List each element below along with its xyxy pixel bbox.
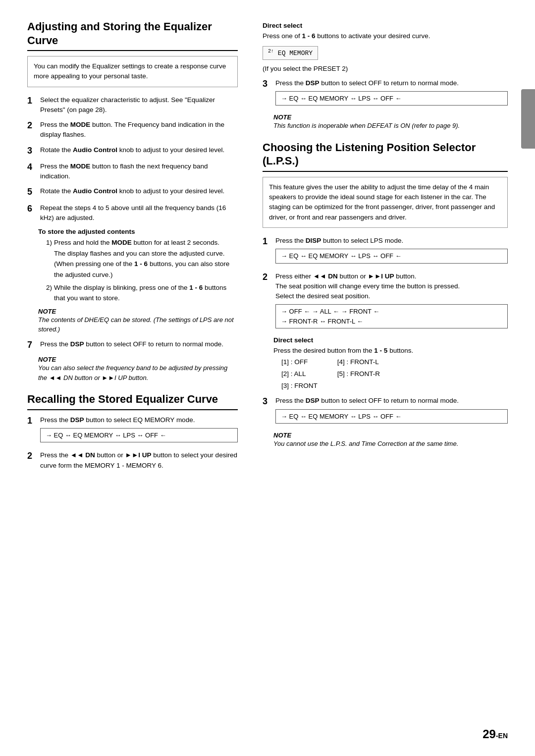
page: Adjusting and Storing the Equalizer Curv… [0, 0, 535, 756]
section1-title: Adjusting and Storing the Equalizer Curv… [27, 20, 238, 51]
step-2: 2 Press the MODE button. The Frequency b… [27, 120, 238, 140]
step-4: 4 Press the MODE button to flash the nex… [27, 162, 238, 182]
flow-eq-memory: → EQ ↔ EQ MEMORY ↔ LPS ↔ OFF ← [40, 428, 238, 443]
lps-direct-select: Direct select Press the desired button f… [273, 336, 508, 392]
substep-1: 1) Press and hold the MODE button for at… [46, 237, 238, 280]
eq-memory-display: 2↑ EQ MEMORY [263, 46, 318, 59]
section-lps-title: Choosing the Listening Position Selector… [263, 141, 508, 172]
lps-step-2: 2 Press either ◄◄ DN button or ►►I UP bu… [263, 271, 508, 332]
left-column: Adjusting and Storing the Equalizer Curv… [0, 20, 253, 736]
direct-select-block: Direct select Press one of 1 - 6 buttons… [263, 22, 508, 72]
if-preset-text: (If you select the PRESET 2) [263, 65, 508, 72]
direct-select-text: Press one of 1 - 6 buttons to activate y… [263, 31, 508, 41]
lps-flow-1: → EQ ↔ EQ MEMORY ↔ LPS ↔ OFF ← [275, 249, 508, 264]
lps-step-1: 1 Press the DISP button to select LPS mo… [263, 236, 508, 267]
lps-options-col1: [1] : OFF [2] : ALL [3] : FRONT [281, 356, 318, 392]
step-1: 1 Select the equalizer characteristic to… [27, 95, 238, 115]
substep-2: 2) While the display is blinking, press … [46, 282, 238, 304]
substep-list: 1) Press and hold the MODE button for at… [46, 237, 238, 304]
right-step-3: 3 Press the DSP button to select OFF to … [263, 78, 508, 109]
lps-note: NOTE You cannot use the L.P.S. and Time … [273, 432, 508, 449]
lps-flow-2: → OFF ← → ALL ← → FRONT ← → FRONT-R ↔ FR… [275, 304, 508, 328]
flow-right-1: → EQ ↔ EQ MEMORY ↔ LPS ↔ OFF ← [275, 91, 508, 106]
recall-step-1: 1 Press the DSP button to select EQ MEMO… [27, 415, 238, 446]
intro-box: You can modify the Equalizer settings to… [27, 56, 238, 87]
page-number: 29-EN [482, 727, 508, 741]
lps-options: [1] : OFF [2] : ALL [3] : FRONT [4] : FR… [281, 356, 508, 392]
lps-direct-select-text: Press the desired button from the 1 - 5 … [273, 346, 508, 356]
step-6: 6 Repeat the steps 4 to 5 above until al… [27, 203, 238, 223]
display-container: 2↑ EQ MEMORY [263, 43, 508, 62]
substeps-container: To store the adjusted contents 1) Press … [38, 228, 238, 304]
section2-title: Recalling the Stored Equalizer Curve [27, 392, 238, 410]
lps-direct-select-title: Direct select [273, 336, 508, 344]
step-7: 7 Press the DSP button to select OFF to … [27, 339, 238, 351]
step-3: 3 Rotate the Audio Control knob to adjus… [27, 145, 238, 157]
lps-options-col2: [4] : FRONT-L [5] : FRONT-R [337, 356, 380, 392]
substep-title: To store the adjusted contents [38, 228, 238, 235]
right-column: Direct select Press one of 1 - 6 buttons… [253, 20, 535, 736]
lps-step-3: 3 Press the DSP button to select OFF to … [263, 396, 508, 427]
lps-flow-3: → EQ ↔ EQ MEMORY ↔ LPS ↔ OFF ← [275, 409, 508, 424]
note-2: NOTE You can also select the frequency b… [38, 356, 238, 382]
step-5: 5 Rotate the Audio Control knob to adjus… [27, 186, 238, 198]
direct-select-title: Direct select [263, 22, 508, 29]
side-tab [521, 89, 535, 149]
recall-step-2: 2 Press the ◄◄ DN button or ►►I UP butto… [27, 450, 238, 471]
right-note-1: NOTE This function is inoperable when DE… [273, 113, 508, 131]
lps-intro-box: This feature gives the user the ability … [263, 177, 508, 228]
note-1: NOTE The contents of DHE/EQ can be store… [38, 308, 238, 334]
